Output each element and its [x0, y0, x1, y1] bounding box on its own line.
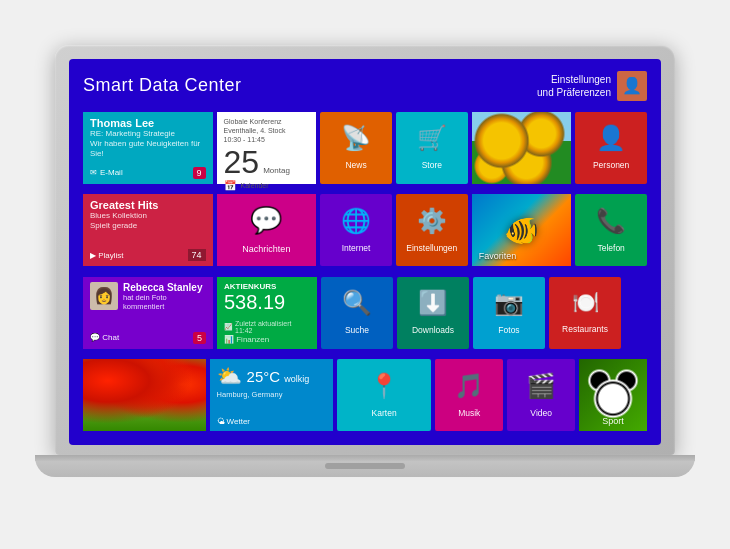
- cal-day-number: 25: [224, 146, 260, 178]
- sport-label: Sport: [579, 416, 647, 426]
- settings-sublabel: und Präferenzen: [537, 86, 611, 99]
- tile-nachrichten[interactable]: 💬 Nachrichten: [217, 194, 317, 266]
- cal-label: 📅 Kalender: [224, 180, 310, 191]
- tile-row-2: Greatest Hits Blues Kollektion Spielt ge…: [83, 194, 647, 272]
- rebecca-avatar: 👩: [90, 282, 118, 310]
- tile-wetter[interactable]: ⛅ 25°C wolkig Hamburg, Germany 🌤 Wetter: [210, 359, 333, 431]
- aktien-value: 538.19: [224, 291, 310, 313]
- thomas-name: Thomas Lee: [90, 117, 206, 129]
- tile-video[interactable]: 🎬 Video: [507, 359, 575, 431]
- tile-personen[interactable]: 👤 Personen: [575, 112, 647, 184]
- tile-sport[interactable]: Sport: [579, 359, 647, 431]
- tile-photo-tulips[interactable]: [83, 359, 206, 431]
- wetter-temp: 25°C: [247, 368, 281, 385]
- user-avatar: 👤: [617, 71, 647, 101]
- tile-restaurants[interactable]: 🍽️ Restaurants: [549, 277, 621, 349]
- app-title: Smart Data Center: [83, 75, 242, 96]
- restaurants-label: Restaurants: [562, 324, 608, 334]
- tile-row-4: ⛅ 25°C wolkig Hamburg, Germany 🌤 Wetter: [83, 359, 647, 437]
- hits-badge: 74: [188, 249, 206, 261]
- tile-einstellungen[interactable]: ⚙️ Einstellungen: [396, 194, 468, 266]
- karten-label: Karten: [372, 408, 397, 418]
- rebecca-badge: 5: [193, 332, 206, 344]
- telefon-label: Telefon: [597, 243, 624, 253]
- thomas-sub: RE: Marketing Strategie Wir haben gute N…: [90, 129, 206, 160]
- thomas-badge: 9: [193, 167, 206, 179]
- laptop-base: [35, 455, 695, 477]
- cal-day-name: Montag: [263, 166, 290, 175]
- settings-button[interactable]: Einstellungen und Präferenzen 👤: [537, 71, 647, 101]
- tile-calendar[interactable]: Globale Konferenz Eventhalle, 4. Stock 1…: [217, 112, 317, 184]
- finanzen-label: 📊 Finanzen: [224, 335, 310, 344]
- tile-store[interactable]: 🛒 Store: [396, 112, 468, 184]
- hits-title: Greatest Hits: [90, 199, 206, 211]
- tile-photo-sunflowers[interactable]: [472, 112, 572, 184]
- fotos-label: Fotos: [498, 325, 519, 335]
- cal-event: Globale Konferenz Eventhalle, 4. Stock 1…: [224, 117, 310, 144]
- news-label: News: [345, 160, 366, 170]
- tile-musik[interactable]: 🎵 Musik: [435, 359, 503, 431]
- nachrichten-label: Nachrichten: [242, 244, 290, 255]
- tile-news[interactable]: 📡 News: [320, 112, 392, 184]
- tile-greatest-hits[interactable]: Greatest Hits Blues Kollektion Spielt ge…: [83, 194, 213, 266]
- wetter-label: 🌤 Wetter: [217, 417, 326, 426]
- tile-row-1: Thomas Lee RE: Marketing Strategie Wir h…: [83, 112, 647, 190]
- einstellungen-label: Einstellungen: [406, 243, 457, 253]
- tile-fotos[interactable]: 📷 Fotos: [473, 277, 545, 349]
- thomas-channel: ✉ E-Mail 9: [90, 167, 206, 179]
- video-label: Video: [530, 408, 552, 418]
- screen-content: Smart Data Center Einstellungen und Präf…: [69, 59, 661, 445]
- store-label: Store: [422, 160, 442, 170]
- personen-label: Personen: [593, 160, 629, 170]
- suche-label: Suche: [345, 325, 369, 335]
- hits-bottom: ▶ Playlist 74: [90, 249, 206, 261]
- aktien-label: AKTIENKURS: [224, 282, 310, 291]
- wetter-condition: wolkig: [284, 374, 309, 384]
- screen: Smart Data Center Einstellungen und Präf…: [69, 59, 661, 445]
- tile-suche[interactable]: 🔍 Suche: [321, 277, 393, 349]
- header: Smart Data Center Einstellungen und Präf…: [83, 69, 647, 103]
- musik-label: Musik: [458, 408, 480, 418]
- screen-bezel: Smart Data Center Einstellungen und Präf…: [55, 45, 675, 455]
- tile-telefon[interactable]: 📞 Telefon: [575, 194, 647, 266]
- tile-row-3: 👩 Rebecca Stanley hat dein Foto kommenti…: [83, 277, 647, 355]
- tile-downloads[interactable]: ⬇️ Downloads: [397, 277, 469, 349]
- favoriten-label: Favoriten: [479, 251, 517, 261]
- laptop: Smart Data Center Einstellungen und Präf…: [35, 45, 695, 505]
- tile-thomas[interactable]: Thomas Lee RE: Marketing Strategie Wir h…: [83, 112, 213, 184]
- settings-text: Einstellungen und Präferenzen: [537, 73, 611, 99]
- tile-karten[interactable]: 📍 Karten: [337, 359, 431, 431]
- hits-sub: Blues Kollektion Spielt gerade: [90, 211, 206, 232]
- tile-favoriten-photo[interactable]: 🐠 Favoriten: [472, 194, 572, 266]
- aktien-sub: 📈 Zuletzt aktualisiert 11:42: [224, 320, 310, 334]
- tile-rebecca[interactable]: 👩 Rebecca Stanley hat dein Foto kommenti…: [83, 277, 213, 349]
- downloads-label: Downloads: [412, 325, 454, 335]
- tile-internet[interactable]: 🌐 Internet: [320, 194, 392, 266]
- internet-label: Internet: [342, 243, 371, 253]
- wetter-location: Hamburg, Germany: [217, 390, 326, 399]
- settings-label: Einstellungen: [537, 73, 611, 86]
- tile-aktien[interactable]: AKTIENKURS 538.19 📈 Zuletzt aktualisiert…: [217, 277, 317, 349]
